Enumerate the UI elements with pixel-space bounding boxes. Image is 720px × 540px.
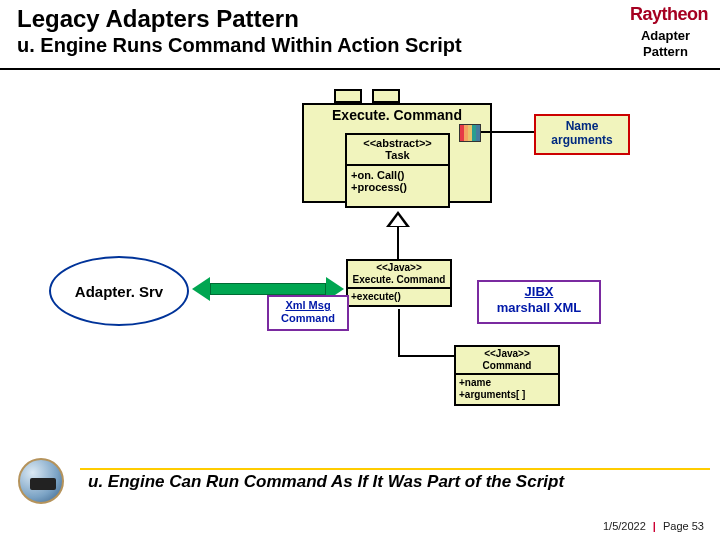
palette-icon <box>459 124 481 142</box>
class-name: Execute. Command <box>348 274 450 286</box>
name-args-l1: Name <box>536 119 628 133</box>
xml-msg-command-note: Xml Msg Command <box>267 295 349 331</box>
generalization-line <box>397 227 399 259</box>
generalization-arrowhead <box>386 211 410 227</box>
class-ops: +name +arguments[ ] <box>456 375 558 404</box>
adapter-pattern-l2: Pattern <box>641 44 690 60</box>
brand-logo: Raytheon <box>630 4 708 25</box>
footer-page-label: Page <box>663 520 689 532</box>
arrow-shaft <box>210 283 326 295</box>
execute-command-label: Execute. Command <box>302 107 492 123</box>
summary-caption: u. Engine Can Run Command As If It Was P… <box>88 472 564 492</box>
adapter-pattern-label: Adapter Pattern <box>641 28 690 59</box>
class-java-execute-command: <<Java>> Execute. Command +execute() <box>346 259 452 307</box>
stereotype: <<abstract>> <box>347 137 448 149</box>
component-tab <box>334 89 362 103</box>
stereotype: <<Java>> <box>456 348 558 360</box>
footer-date: 1/5/2022 <box>603 520 646 532</box>
class-name: Task <box>347 149 448 161</box>
class-head: <<abstract>> Task <box>347 135 448 166</box>
jibx-l1: JIBX <box>479 284 599 300</box>
arrowhead-left-icon <box>192 277 210 301</box>
jibx-note: JIBX marshall XML <box>477 280 601 324</box>
title-block: Legacy Adapters Pattern u. Engine Runs C… <box>17 6 557 57</box>
connector-line <box>481 131 534 133</box>
name-arguments-note: Name arguments <box>534 114 630 155</box>
op: +process() <box>351 181 444 193</box>
divider <box>80 468 710 470</box>
adapter-srv-label: Adapter. Srv <box>75 283 163 300</box>
class-head: <<Java>> Command <box>456 347 558 375</box>
component-tab <box>372 89 400 103</box>
class-name: Command <box>456 360 558 372</box>
association-line <box>398 355 454 357</box>
class-task: <<abstract>> Task +on. Call() +process() <box>345 133 450 200</box>
class-head: <<Java>> Execute. Command <box>348 261 450 289</box>
jibx-l2: marshall XML <box>479 300 599 316</box>
class-ops: +execute() <box>348 289 450 305</box>
footer-separator: | <box>649 520 660 532</box>
attr: +name <box>459 377 555 389</box>
class-ops-extender <box>345 197 450 208</box>
class-ops: +on. Call() +process() <box>347 166 448 198</box>
footer: 1/5/2022 | Page 53 <box>603 520 704 532</box>
name-args-l2: arguments <box>536 133 628 147</box>
page-title: Legacy Adapters Pattern <box>17 6 557 32</box>
attr: +arguments[ ] <box>459 389 555 401</box>
stereotype: <<Java>> <box>348 262 450 274</box>
xml-msg-l1: Xml Msg <box>269 299 347 312</box>
op: +execute() <box>351 291 447 302</box>
adapter-pattern-l1: Adapter <box>641 28 690 44</box>
footer-page-number: 53 <box>692 520 704 532</box>
title-rule <box>0 68 720 70</box>
seal-icon <box>18 458 64 504</box>
xml-msg-l2: Command <box>269 312 347 325</box>
op: +on. Call() <box>351 169 444 181</box>
association-line <box>398 309 400 357</box>
adapter-srv-node: Adapter. Srv <box>49 256 189 326</box>
class-java-command: <<Java>> Command +name +arguments[ ] <box>454 345 560 406</box>
page-subtitle: u. Engine Runs Command Within Action Scr… <box>17 34 557 57</box>
